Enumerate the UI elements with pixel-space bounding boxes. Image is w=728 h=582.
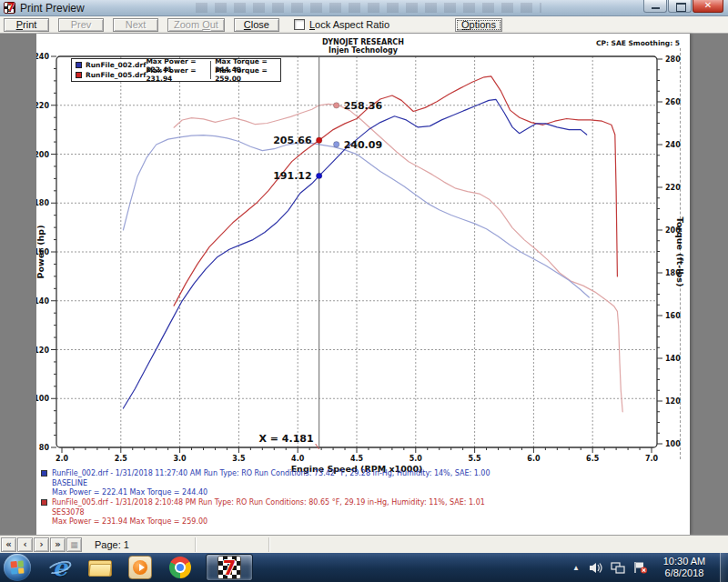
legend-swatch-run1 [76, 62, 82, 68]
torque-tick-label: 160 [665, 312, 681, 320]
minimize-button[interactable] [643, 0, 667, 13]
preview-page[interactable]: DYNOJET RESEARCH Injen Technology CP: SA… [36, 34, 690, 535]
statusbar: « ‹ › » ▦ Page: 1 [0, 535, 728, 553]
preview-area: DYNOJET RESEARCH Injen Technology CP: SA… [0, 34, 728, 535]
action-center-flag-icon[interactable] [633, 561, 648, 574]
run1-color-swatch [41, 470, 47, 477]
file-explorer-icon[interactable] [86, 554, 114, 581]
x-tick-label: 5.0 [410, 455, 423, 463]
power-tick-label: 180 [36, 199, 49, 207]
power-tick-label: 240 [36, 53, 49, 61]
close-preview-button[interactable]: Close [234, 18, 279, 32]
windows-flag-icon [11, 561, 25, 575]
volume-icon[interactable] [589, 562, 602, 574]
show-desktop-button[interactable] [720, 553, 728, 582]
x-tick-label: 7.0 [645, 455, 659, 463]
window-titlebar[interactable]: 7 Print Preview [0, 0, 728, 16]
legend-divider [210, 61, 211, 70]
x-tick-label: 6.0 [527, 455, 541, 463]
legend-max-torque-run2: Max Torque = 259.00 [215, 66, 280, 83]
power-axis-title: Power (hp) [36, 226, 46, 279]
x-tick-label: 6.5 [586, 455, 600, 463]
windows-taskbar: e 7 ▲ [0, 553, 728, 582]
print-preview-toolbar: Print Prev Next Zoom Out Close Lock Aspe… [0, 16, 728, 34]
torque-tick-label: 100 [665, 440, 681, 448]
curve-runfile_005-power [174, 76, 617, 306]
clock-date: 6/8/2018 [656, 567, 713, 579]
x-tick-label: 3.0 [174, 455, 187, 463]
window-title: Print Preview [20, 2, 85, 15]
power-tick-label: 120 [36, 346, 49, 355]
prev-button[interactable]: Prev [58, 18, 104, 32]
x-tick-label: 2.0 [56, 455, 69, 463]
winpep7-icon: 7 [217, 556, 241, 579]
prev-page-button[interactable]: ‹ [17, 537, 33, 552]
internet-explorer-icon[interactable]: e [46, 554, 74, 581]
x-tick-label: 4.0 [291, 455, 305, 463]
torque-tick-label: 280 [665, 55, 681, 64]
screen: 7 Print Preview Print Prev Next Zoom Out… [0, 0, 728, 582]
statusbar-divider [195, 537, 196, 552]
chart-legend: RunFile_002.drf Max Power = 222.41 Max T… [71, 58, 281, 82]
run-info-baseline: RunFile_002.drf - 1/31/2018 11:27:40 AM … [41, 469, 490, 498]
power-tick-label: 140 [36, 297, 49, 306]
torque-tick-label: 220 [665, 184, 681, 192]
x-tick-label: 5.5 [469, 455, 482, 463]
cursor-readout: 191.12 [273, 170, 311, 182]
page-select-icon[interactable]: ▦ [66, 537, 82, 552]
x-tick-label: 3.5 [232, 455, 246, 463]
lock-aspect-ratio-label: Lock Aspect Ratio [309, 19, 389, 30]
lock-aspect-ratio-checkbox[interactable] [294, 19, 305, 30]
power-tick-label: 200 [36, 151, 49, 159]
start-button[interactable] [4, 554, 31, 581]
last-page-button[interactable]: » [50, 537, 66, 552]
print-button[interactable]: Print [4, 18, 49, 32]
page-indicator: Page: 1 [95, 539, 195, 550]
cursor-x-label: X = 4.181 [259, 433, 314, 445]
media-player-icon[interactable] [126, 554, 154, 581]
legend-swatch-run2 [76, 72, 82, 78]
curve-runfile_005-torque [174, 104, 622, 412]
clock-time: 10:30 AM [656, 556, 713, 567]
options-button[interactable]: Options [455, 18, 502, 32]
x-tick-label: 2.5 [115, 455, 128, 463]
hidden-icons-arrow[interactable]: ▲ [572, 564, 580, 572]
run1-max-values: Max Power = 222.41 Max Torque = 244.40 [52, 488, 490, 498]
taskbar-clock[interactable]: 10:30 AM 6/8/2018 [656, 556, 713, 579]
run2-max-values: Max Power = 231.94 Max Torque = 259.00 [52, 517, 485, 527]
next-page-button[interactable]: › [34, 537, 49, 552]
power-tick-label: 100 [36, 395, 49, 403]
legend-max-power-run2: Max Power = 231.94 [146, 66, 210, 83]
cursor-marker [316, 173, 321, 178]
run2-details: RunFile_005.drf - 1/31/2018 2:10:48 PM R… [52, 498, 485, 508]
taskbar-winpep-active-app[interactable]: 7 [206, 554, 253, 581]
cursor-marker [333, 103, 339, 108]
next-button[interactable]: Next [113, 18, 158, 32]
run1-details: RunFile_002.drf - 1/31/2018 11:27:40 AM … [52, 469, 490, 479]
cursor-marker [316, 137, 321, 143]
legend-file-run2: RunFile_005.drf [86, 71, 146, 79]
maximize-button[interactable] [668, 0, 692, 13]
titlebar-repaint-artifact [196, 3, 541, 13]
statusbar-divider [268, 537, 269, 552]
power-tick-label: 220 [36, 102, 49, 110]
cursor-readout: 258.36 [344, 100, 383, 112]
cursor-marker [333, 142, 339, 147]
close-window-button[interactable] [693, 0, 723, 13]
cursor-readout: 205.66 [273, 135, 312, 146]
network-icon[interactable] [611, 562, 625, 574]
run2-label: SES3078 [52, 508, 485, 518]
chrome-icon[interactable] [167, 554, 194, 581]
curve-runfile_002-torque [123, 135, 589, 297]
torque-tick-label: 140 [665, 355, 681, 363]
torque-tick-label: 260 [665, 98, 681, 106]
zoom-out-button[interactable]: Zoom Out [167, 18, 225, 32]
winpep-app-icon: 7 [4, 2, 15, 14]
torque-tick-label: 240 [665, 141, 681, 149]
system-tray: ▲ 10:30 AM 6/8/2018 [572, 553, 728, 582]
cursor-x-pointer [316, 444, 319, 449]
legend-divider [210, 70, 211, 79]
first-page-button[interactable]: « [1, 537, 16, 552]
cursor-readout: 240.09 [344, 139, 382, 151]
run-info-ses3078: RunFile_005.drf - 1/31/2018 2:10:48 PM R… [41, 498, 485, 527]
